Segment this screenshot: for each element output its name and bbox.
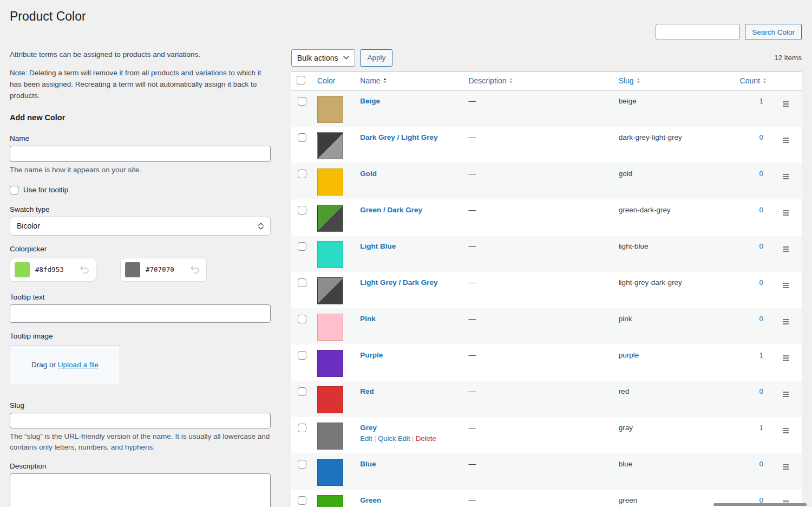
name-field[interactable] bbox=[10, 146, 271, 162]
bulk-actions-select[interactable]: Bulk actions bbox=[291, 49, 355, 67]
color-swatch bbox=[317, 386, 343, 413]
use-for-tooltip-checkbox[interactable] bbox=[10, 186, 18, 194]
row-name-link[interactable]: Pink bbox=[360, 314, 376, 323]
reorder-handle-icon[interactable] bbox=[783, 283, 789, 288]
row-count-link[interactable]: 1 bbox=[759, 97, 763, 105]
row-name-link[interactable]: Purple bbox=[360, 350, 383, 359]
row-checkbox[interactable] bbox=[298, 278, 306, 287]
undo-icon[interactable] bbox=[80, 266, 89, 274]
color-swatch bbox=[317, 96, 343, 123]
reorder-handle-icon[interactable] bbox=[783, 355, 789, 361]
upload-file-link[interactable]: Upload a file bbox=[58, 361, 99, 369]
row-count-link[interactable]: 0 bbox=[759, 460, 763, 468]
row-checkbox[interactable] bbox=[298, 242, 306, 251]
colorpicker-secondary-swatch bbox=[125, 262, 140, 277]
column-header-count[interactable]: Count ▲▼ bbox=[735, 72, 777, 90]
row-checkbox[interactable] bbox=[298, 97, 306, 106]
page-title: Product Color bbox=[10, 9, 802, 25]
row-count-link[interactable]: 1 bbox=[759, 351, 763, 359]
slug-label: Slug bbox=[10, 401, 271, 410]
terms-panel: Bulk actions Apply 12 items Color Name ▲… bbox=[291, 49, 802, 507]
row-count-link[interactable]: 0 bbox=[759, 242, 763, 250]
row-description: — bbox=[463, 453, 613, 490]
column-header-name[interactable]: Name ▲▼ bbox=[355, 72, 463, 90]
row-name-link[interactable]: Green / Dark Grey bbox=[360, 205, 422, 214]
table-body: Beige — beige 1 Dark Grey / Light Grey —… bbox=[291, 90, 802, 507]
row-name-link[interactable]: Blue bbox=[360, 459, 376, 468]
select-all-checkbox[interactable] bbox=[297, 76, 305, 84]
tooltip-text-label: Tooltip text bbox=[10, 293, 271, 301]
colorpicker-primary-hex: #8fd953 bbox=[35, 265, 74, 274]
row-name-link[interactable]: Light Blue bbox=[360, 241, 396, 250]
row-action-edit[interactable]: Edit bbox=[360, 434, 372, 443]
table-row: Pink — pink 0 bbox=[291, 308, 802, 344]
row-checkbox[interactable] bbox=[298, 351, 306, 360]
row-checkbox[interactable] bbox=[298, 460, 306, 469]
row-count-link[interactable]: 1 bbox=[759, 424, 763, 432]
dropzone-text: Drag or bbox=[31, 361, 56, 369]
column-header-slug[interactable]: Slug ▲▼ bbox=[613, 72, 735, 90]
slug-help-text: The “slug” is the URL-friendly version o… bbox=[10, 431, 271, 453]
row-slug: beige bbox=[613, 90, 735, 127]
row-count-link[interactable]: 0 bbox=[759, 278, 763, 287]
table-row: Red — red 0 bbox=[291, 381, 802, 417]
row-checkbox[interactable] bbox=[298, 206, 306, 214]
row-name-link[interactable]: Beige bbox=[360, 96, 380, 105]
apply-button[interactable]: Apply bbox=[360, 49, 392, 67]
swatch-type-label: Swatch type bbox=[10, 205, 271, 213]
sort-indicator-icon: ▲▼ bbox=[383, 77, 387, 84]
colorpicker-secondary[interactable]: #707070 bbox=[120, 258, 207, 282]
horizontal-scrollbar-thumb[interactable] bbox=[713, 503, 807, 506]
search-input[interactable] bbox=[656, 24, 740, 40]
row-slug: blue bbox=[613, 453, 735, 490]
reorder-handle-icon[interactable] bbox=[783, 246, 789, 252]
undo-icon[interactable] bbox=[190, 266, 200, 274]
reorder-handle-icon[interactable] bbox=[783, 174, 789, 179]
color-swatch bbox=[317, 459, 343, 486]
row-name-link[interactable]: Gold bbox=[360, 168, 377, 178]
description-field[interactable] bbox=[10, 473, 271, 507]
column-header-description[interactable]: Description ▲▼ bbox=[463, 72, 613, 90]
search-color-button[interactable]: Search Color bbox=[745, 24, 802, 40]
slug-field[interactable] bbox=[10, 413, 271, 428]
reorder-handle-icon[interactable] bbox=[783, 319, 789, 324]
row-checkbox[interactable] bbox=[298, 387, 306, 396]
row-count-link[interactable]: 0 bbox=[759, 206, 763, 214]
row-name-link[interactable]: Light Grey / Dark Grey bbox=[360, 277, 437, 287]
row-count-link[interactable]: 0 bbox=[759, 315, 763, 323]
row-name-link[interactable]: Red bbox=[360, 386, 374, 395]
row-count-link[interactable]: 0 bbox=[759, 133, 763, 141]
row-name-link[interactable]: Green bbox=[360, 495, 381, 504]
row-count-link[interactable]: 0 bbox=[759, 387, 763, 395]
row-slug: light-blue bbox=[613, 236, 735, 272]
row-checkbox[interactable] bbox=[298, 133, 306, 142]
reorder-handle-icon[interactable] bbox=[783, 138, 789, 143]
color-swatch bbox=[317, 350, 343, 377]
color-swatch bbox=[317, 495, 343, 507]
reorder-handle-icon[interactable] bbox=[783, 464, 789, 470]
row-checkbox[interactable] bbox=[298, 170, 306, 178]
tooltip-text-field[interactable] bbox=[10, 304, 271, 323]
reorder-handle-icon[interactable] bbox=[783, 101, 789, 107]
items-count: 12 items bbox=[774, 54, 802, 62]
tooltip-image-dropzone[interactable]: Drag or Upload a file bbox=[10, 345, 120, 385]
color-swatch bbox=[317, 314, 343, 341]
color-swatch bbox=[317, 132, 343, 159]
row-action-quick-edit[interactable]: Quick Edit bbox=[378, 434, 410, 443]
row-checkbox[interactable] bbox=[298, 315, 306, 323]
row-description: — bbox=[463, 344, 613, 381]
row-checkbox[interactable] bbox=[298, 496, 306, 505]
reorder-handle-icon[interactable] bbox=[783, 210, 789, 216]
swatch-type-select[interactable]: Bicolor bbox=[10, 217, 271, 236]
row-action-delete[interactable]: Delete bbox=[416, 434, 436, 443]
row-name-link[interactable]: Dark Grey / Light Grey bbox=[360, 132, 437, 141]
row-count-link[interactable]: 0 bbox=[759, 170, 763, 178]
colorpicker-primary[interactable]: #8fd953 bbox=[10, 258, 96, 282]
reorder-handle-icon[interactable] bbox=[783, 428, 789, 433]
row-checkbox[interactable] bbox=[298, 424, 306, 432]
row-name-link[interactable]: Grey bbox=[360, 422, 377, 432]
reorder-handle-icon[interactable] bbox=[783, 392, 789, 397]
row-actions: Edit | Quick Edit | Delete bbox=[360, 434, 457, 443]
sort-indicator-icon: ▲▼ bbox=[509, 77, 513, 84]
name-label: Name bbox=[10, 134, 271, 142]
